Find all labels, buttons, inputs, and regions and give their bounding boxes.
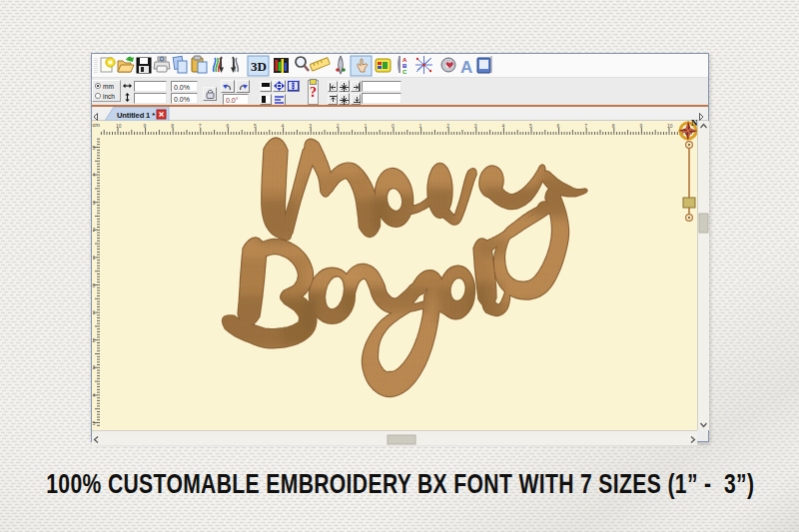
svg-text:4: 4 bbox=[282, 123, 285, 129]
svg-text:2: 2 bbox=[446, 123, 449, 129]
svg-text:9: 9 bbox=[639, 123, 642, 129]
svg-text:cm: cm bbox=[93, 122, 101, 128]
svg-text:mm: mm bbox=[103, 83, 114, 90]
svg-text:C: C bbox=[402, 69, 407, 75]
svg-text:1: 1 bbox=[364, 123, 367, 129]
svg-text:9: 9 bbox=[144, 123, 147, 129]
svg-text:3: 3 bbox=[474, 123, 477, 129]
svg-text:7: 7 bbox=[199, 123, 202, 129]
svg-text:3: 3 bbox=[309, 123, 312, 129]
svg-text:5: 5 bbox=[254, 123, 257, 129]
svg-text:6: 6 bbox=[557, 123, 560, 129]
svg-text:8: 8 bbox=[612, 123, 615, 129]
svg-text:A: A bbox=[460, 58, 472, 77]
svg-text:8: 8 bbox=[171, 123, 174, 129]
svg-text:7: 7 bbox=[584, 123, 587, 129]
svg-text:10: 10 bbox=[116, 123, 122, 129]
svg-text:5: 5 bbox=[529, 123, 532, 129]
svg-text:2: 2 bbox=[337, 123, 340, 129]
svg-text:3D: 3D bbox=[251, 59, 267, 74]
svg-text:0: 0 bbox=[392, 123, 395, 129]
svg-text:Untitled 1 *: Untitled 1 * bbox=[117, 111, 155, 120]
svg-text:1: 1 bbox=[419, 123, 422, 129]
svg-text:4: 4 bbox=[501, 123, 504, 129]
svg-text:6: 6 bbox=[226, 123, 229, 129]
svg-text:inch: inch bbox=[103, 93, 115, 100]
